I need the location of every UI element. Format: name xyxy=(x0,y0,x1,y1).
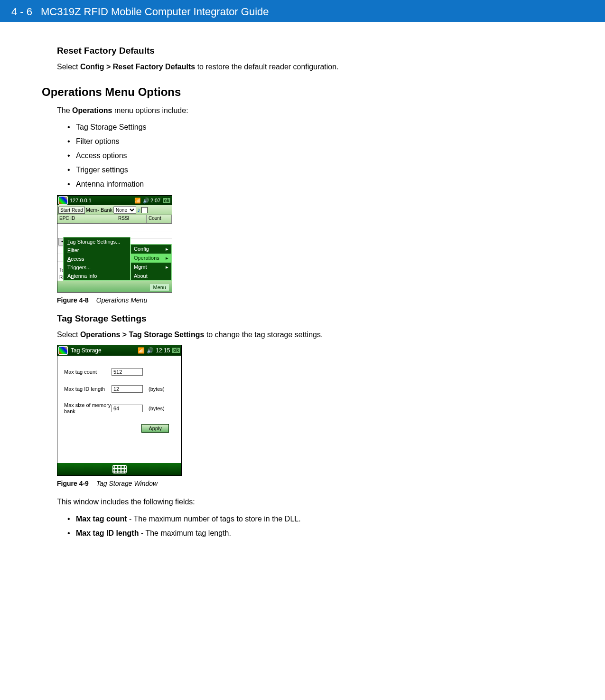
list-item: Filter options xyxy=(57,134,465,149)
list-item: Access options xyxy=(57,149,465,163)
signal-icon: 📶 xyxy=(138,347,145,354)
form-area: Max tag count Max tag ID length (bytes) … xyxy=(57,356,181,437)
figure-4-8-caption: Figure 4-8 Operations Menu xyxy=(57,296,465,304)
start-read-button[interactable]: Start Read xyxy=(58,207,85,214)
operations-submenu: Tag Storage Settings... Filter Access Tr… xyxy=(63,237,130,281)
menu-item-triggers[interactable]: Triggers... xyxy=(64,263,130,272)
volume-icon: 🔊 xyxy=(143,198,149,204)
doc-title: MC319Z RFID Mobile Computer Integrator G… xyxy=(41,6,269,18)
table-header: EPC ID RSSI Count xyxy=(57,215,172,224)
input-max-tag-id-length[interactable] xyxy=(112,385,143,393)
window-titlebar: Tag Storage 📶 🔊 12:15 ok xyxy=(57,345,181,356)
heading-operations-menu-options: Operations Menu Options xyxy=(42,85,465,99)
menu-item-tag-storage[interactable]: Tag Storage Settings... xyxy=(64,237,130,246)
menu-item-config[interactable]: Config▸ xyxy=(131,245,171,254)
figure-4-8-screenshot: 127.0.0.1 📶 🔊 2:07 ok Start Read Mem- Ba… xyxy=(57,195,172,293)
figure-4-9-screenshot: Tag Storage 📶 🔊 12:15 ok Max tag count M… xyxy=(57,345,182,476)
menu-item-antenna-info[interactable]: Antenna Info xyxy=(64,272,130,280)
menu-button[interactable]: Menu xyxy=(150,284,169,291)
start-icon[interactable] xyxy=(58,346,68,355)
membank-label: Mem- Bank xyxy=(86,207,112,213)
page-content: Reset Factory Defaults Select Config > R… xyxy=(0,22,465,540)
heading-reset-factory: Reset Factory Defaults xyxy=(57,46,465,56)
ok-button[interactable]: ok xyxy=(172,347,180,353)
window-titlebar: 127.0.0.1 📶 🔊 2:07 ok xyxy=(57,196,172,205)
label-max-tag-count: Max tag count xyxy=(64,369,112,375)
page-header: 4 - 6 MC319Z RFID Mobile Computer Integr… xyxy=(0,0,605,22)
membank-select[interactable]: None xyxy=(113,206,136,214)
input-max-tag-count[interactable] xyxy=(112,368,143,376)
start-icon[interactable] xyxy=(58,196,68,205)
menu-item-mgmt[interactable]: Mgmt▸ xyxy=(131,263,171,272)
figure-4-9-caption: Figure 4-9 Tag Storage Window xyxy=(57,480,465,487)
label-max-mem-bank: Max size of memory bank xyxy=(64,402,112,415)
bottom-bar xyxy=(57,463,181,475)
bottom-bar: Menu xyxy=(57,281,172,292)
page-number: 4 - 6 xyxy=(11,6,32,18)
heading-tag-storage-settings: Tag Storage Settings xyxy=(57,313,465,324)
menu-item-about[interactable]: About xyxy=(131,272,171,280)
checkbox[interactable] xyxy=(141,207,148,213)
keyboard-icon[interactable] xyxy=(112,465,127,473)
menu-item-filter[interactable]: Filter xyxy=(64,246,130,255)
toolbar: Start Read Mem- Bank None ♪ xyxy=(57,205,172,215)
col-epc-id: EPC ID xyxy=(57,215,116,223)
list-item: Max tag count - The maximum number of ta… xyxy=(57,512,465,526)
para-tag-storage-intro: Select Operations > Tag Storage Settings… xyxy=(57,330,465,340)
col-count: Count xyxy=(147,215,172,223)
main-menu-popup: Config▸ Operations▸ Mgmt▸ About xyxy=(130,244,172,281)
para-operations-intro: The Operations menu options include: xyxy=(57,105,465,116)
para-fields-intro: This window includes the following field… xyxy=(57,497,465,507)
list-item: Tag Storage Settings xyxy=(57,120,465,134)
titlebar-title: Tag Storage xyxy=(71,347,102,354)
col-rssi: RSSI xyxy=(116,215,147,223)
apply-button[interactable]: Apply xyxy=(141,424,169,433)
operations-bullet-list: Tag Storage Settings Filter options Acce… xyxy=(57,120,465,191)
row-max-tag-id-length: Max tag ID length (bytes) xyxy=(64,385,177,393)
menu-item-operations[interactable]: Operations▸ xyxy=(131,254,171,263)
titlebar-time: 12:15 xyxy=(156,347,170,354)
label-max-tag-id-length: Max tag ID length xyxy=(64,386,112,392)
unit: (bytes) xyxy=(149,386,165,392)
list-item: Trigger settings xyxy=(57,163,465,177)
fields-bullet-list: Max tag count - The maximum number of ta… xyxy=(57,512,465,540)
ok-button[interactable]: ok xyxy=(162,198,171,204)
signal-icon: 📶 xyxy=(134,198,141,204)
list-item: Max tag ID length - The maximum tag leng… xyxy=(57,526,465,540)
row-max-tag-count: Max tag count xyxy=(64,368,177,376)
unit: (bytes) xyxy=(149,406,165,411)
row-max-mem-bank: Max size of memory bank (bytes) xyxy=(64,402,177,415)
input-max-mem-bank[interactable] xyxy=(112,405,143,412)
list-item: Antenna information xyxy=(57,177,465,191)
volume-icon: 🔊 xyxy=(147,347,154,354)
para-reset-factory: Select Config > Reset Factory Defaults t… xyxy=(57,62,465,72)
titlebar-time: 2:07 xyxy=(150,198,160,203)
menu-item-access[interactable]: Access xyxy=(64,255,130,263)
note-icon[interactable]: ♪ xyxy=(137,206,140,214)
titlebar-ip: 127.0.0.1 xyxy=(70,198,92,203)
